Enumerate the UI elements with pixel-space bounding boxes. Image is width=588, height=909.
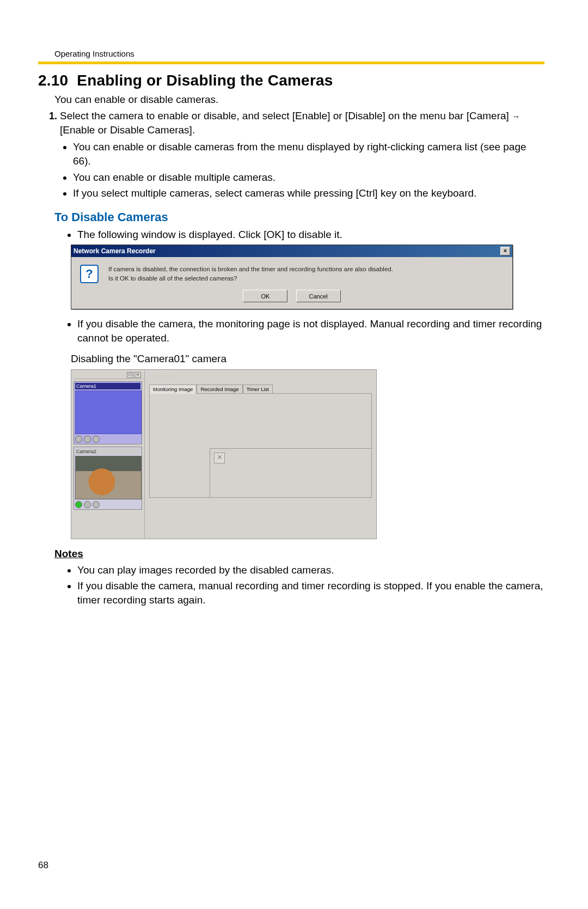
tabs: Monitoring Image Recorded Image Timer Li… (149, 384, 372, 393)
running-header: Operating Instructions (54, 49, 544, 58)
dialog-title: Network Camera Recorder (74, 247, 156, 255)
close-icon[interactable]: × (134, 372, 141, 378)
step-1-text-b: [Enable or Disable Cameras]. (60, 124, 195, 136)
camera-label: Camera1 (75, 383, 140, 389)
camera-item-1[interactable]: Camera1 (74, 381, 142, 444)
cancel-button[interactable]: Cancel (296, 290, 341, 302)
tab-timer[interactable]: Timer List (243, 385, 273, 394)
confirm-dialog: Network Camera Recorder × If camera is d… (71, 245, 513, 309)
subhead-disable-cameras: To Disable Cameras (54, 210, 544, 224)
notes-bullets: You can play images recorded by the disa… (77, 563, 544, 607)
main-panel: Camera1 Monitoring Image Recorded Image … (145, 370, 376, 539)
step-1-bullets: You can enable or disable cameras from t… (73, 140, 544, 200)
dialog-line: Is it OK to disable all of the selected … (108, 274, 393, 283)
arrow-icon: → (512, 112, 520, 121)
page-number: 68 (38, 860, 48, 871)
dialog-line: If camera is disabled, the connection is… (108, 265, 393, 273)
tab-recorded[interactable]: Recorded Image (197, 385, 242, 394)
bullet: If you disable the camera, manual record… (77, 579, 544, 607)
camera-thumbnail (75, 456, 142, 499)
pin-icon[interactable]: □ (127, 372, 133, 378)
app-screenshot: □ × Camera1 Camera2 Camera1 Monitoring I… (71, 369, 377, 539)
camera-title-ghost: Camera1 (149, 373, 372, 381)
bullet: The following window is displayed. Click… (77, 228, 544, 242)
step-1-text-a: Select the camera to enable or disable, … (60, 110, 509, 121)
disable-bullets-2: If you disable the camera, the monitorin… (77, 317, 544, 345)
camera-item-2[interactable]: Camera2 (74, 447, 142, 510)
question-icon (80, 265, 99, 283)
disabled-icon: ✕ (214, 453, 225, 463)
tab-monitoring[interactable]: Monitoring Image (149, 385, 197, 394)
bullet: You can enable or disable cameras from t… (73, 140, 544, 168)
ok-button[interactable]: OK (243, 290, 287, 302)
bullet: If you disable the camera, the monitorin… (77, 317, 544, 345)
bullet: You can enable or disable multiple camer… (73, 170, 544, 185)
section-number: 2.10 (38, 72, 68, 89)
step-1: Select the camera to enable or disable, … (60, 109, 544, 200)
screenshot-caption: Disabling the "Camera01" camera (71, 353, 544, 365)
bullet-text: If you disable the camera, the monitorin… (77, 318, 542, 344)
dialog-titlebar: Network Camera Recorder × (71, 245, 512, 257)
content-panel: ✕ (149, 393, 372, 498)
intro-text: You can enable or disable cameras. (54, 94, 544, 106)
bullet: You can play images recorded by the disa… (77, 563, 544, 577)
disable-bullets: The following window is displayed. Click… (77, 228, 544, 242)
section-title: 2.10 Enabling or Disabling the Cameras (38, 72, 544, 89)
section-title-text: Enabling or Disabling the Cameras (77, 72, 333, 89)
dialog-message: If camera is disabled, the connection is… (108, 265, 393, 282)
bullet: If you select multiple cameras, select c… (73, 186, 544, 200)
inner-frame (210, 448, 371, 497)
camera-thumbnail (75, 391, 142, 434)
status-orbs (75, 436, 140, 443)
status-orbs (75, 501, 140, 508)
camera-label: Camera2 (75, 448, 140, 455)
steps-list: Select the camera to enable or disable, … (60, 109, 544, 200)
notes-heading: Notes (54, 548, 544, 560)
camera-list-sidebar: □ × Camera1 Camera2 (71, 370, 145, 539)
divider-rule (38, 62, 544, 64)
close-icon[interactable]: × (500, 247, 510, 255)
